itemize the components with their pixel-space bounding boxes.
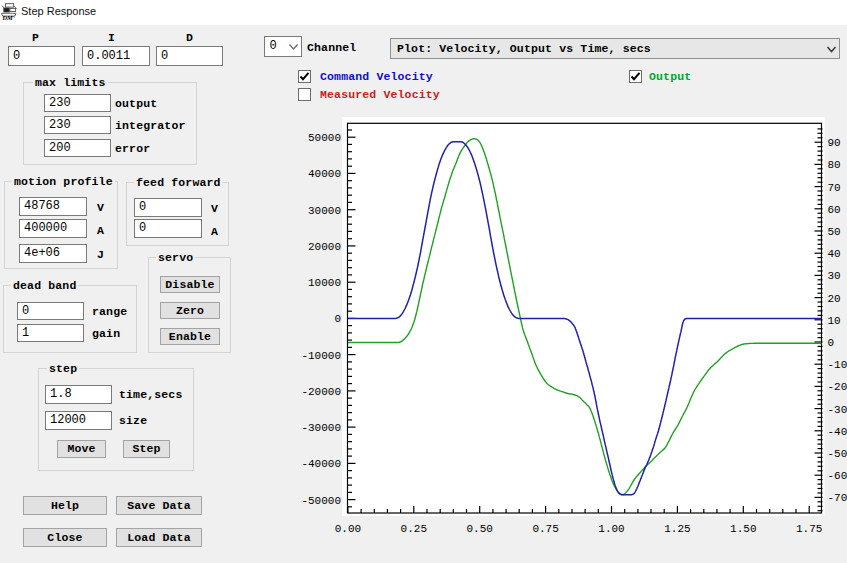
svg-text:0: 0 [828,337,835,349]
svg-text:0.50: 0.50 [466,523,492,535]
svg-text:-10: -10 [828,359,847,371]
svg-text:10: 10 [828,315,841,327]
svg-text:20000: 20000 [308,241,341,253]
svg-text:40: 40 [828,248,841,260]
svg-text:-70: -70 [828,492,847,504]
svg-text:70: 70 [828,182,841,194]
svg-text:-30000: -30000 [301,422,341,434]
svg-text:30000: 30000 [308,205,341,217]
svg-text:-30: -30 [828,404,847,416]
svg-text:60: 60 [828,204,841,216]
svg-text:-40: -40 [828,426,847,438]
svg-text:10000: 10000 [308,277,341,289]
svg-text:-10000: -10000 [301,350,341,362]
svg-text:0: 0 [334,313,341,325]
svg-text:-50: -50 [828,448,847,460]
svg-text:1.00: 1.00 [598,523,624,535]
svg-text:-60: -60 [828,470,847,482]
svg-text:90: 90 [828,137,841,149]
svg-text:0.00: 0.00 [335,523,361,535]
svg-text:30: 30 [828,270,841,282]
svg-text:-20000: -20000 [301,386,341,398]
svg-text:0.75: 0.75 [532,523,558,535]
svg-text:50: 50 [828,226,841,238]
svg-text:40000: 40000 [308,168,341,180]
svg-text:-20: -20 [828,381,847,393]
svg-text:-40000: -40000 [301,458,341,470]
svg-text:80: 80 [828,159,841,171]
svg-text:50000: 50000 [308,132,341,144]
svg-text:-50000: -50000 [301,495,341,507]
svg-text:1.50: 1.50 [730,523,756,535]
svg-text:1.25: 1.25 [664,523,690,535]
svg-text:1.75: 1.75 [796,523,822,535]
svg-text:0.25: 0.25 [401,523,427,535]
svg-text:20: 20 [828,293,841,305]
